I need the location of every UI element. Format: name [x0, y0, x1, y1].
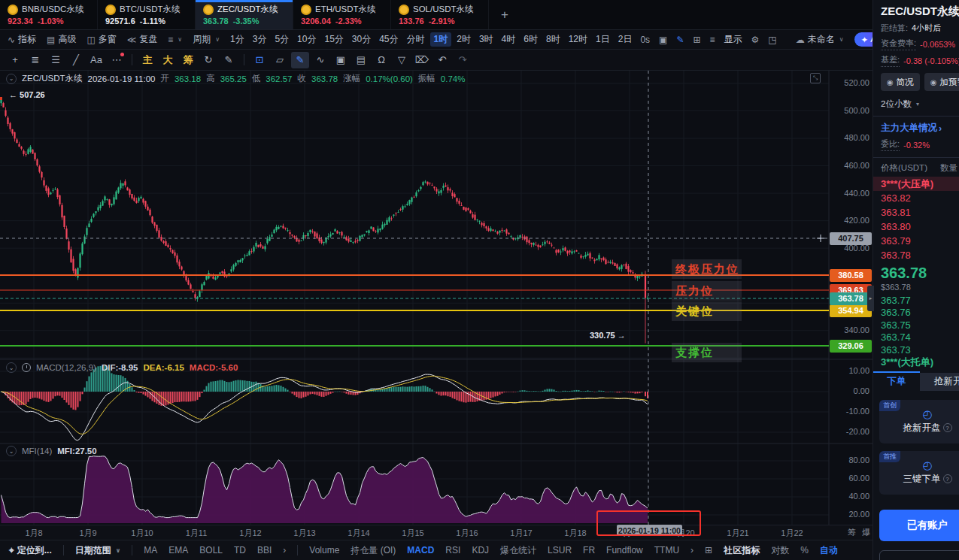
overlay-ma[interactable]: MA [144, 545, 157, 555]
bid-price-row[interactable]: 363.76 [881, 307, 959, 319]
timeframe-3分[interactable]: 3分 [253, 33, 267, 46]
timeframe-8时[interactable]: 8时 [546, 33, 560, 46]
indicator-rsi[interactable]: RSI [445, 545, 460, 555]
more-tools-icon[interactable]: ⋯ [108, 52, 126, 68]
chart-area[interactable]: ⌄ ZEC/USDT永续 2026-01-19 11:00 开363.18 高3… [0, 71, 873, 525]
large-view-button[interactable]: 大 [159, 52, 177, 68]
refresh-icon[interactable]: ↻ [199, 52, 217, 68]
ask-price-row[interactable]: 363.80 [881, 219, 959, 234]
brush-icon[interactable]: ✎ [220, 52, 238, 68]
indicators-button[interactable]: ∿指标 [8, 33, 36, 46]
draw-mode-icon[interactable]: ✎ [676, 35, 684, 45]
add-alert-button[interactable]: ◉加预警 [924, 73, 959, 91]
horizontal-line-icon[interactable]: ≣ [26, 52, 44, 68]
date-range-button[interactable]: 日期范围∨ [75, 544, 121, 557]
display-button[interactable]: 显示 [724, 33, 742, 46]
layout-name-button[interactable]: ☁未命名∨ [796, 33, 844, 46]
time-axis[interactable]: 1月81月91月101月111月121月131月141月151月161月171月… [0, 525, 873, 540]
multi-window-button[interactable]: ◫多窗 [86, 33, 116, 46]
volume-profile-button[interactable]: ≡∨ [168, 35, 182, 45]
symbol-tab-btc[interactable]: BTC/USDT永续92571.6-1.11% [98, 0, 196, 29]
timeframe-12时[interactable]: 12时 [569, 33, 587, 46]
chips-view-button[interactable]: 筹 [179, 52, 197, 68]
timeframe-2日[interactable]: 2日 [618, 33, 633, 46]
undo-icon[interactable]: ↶ [433, 52, 451, 68]
timeframe-4时[interactable]: 4时 [502, 33, 516, 46]
liquidation-toggle[interactable]: 爆 [862, 527, 870, 538]
bid-price-row[interactable]: 363.74 [881, 331, 959, 344]
locate-button[interactable]: ⌖定位到... [9, 544, 52, 557]
alert-icon[interactable] [22, 363, 31, 372]
collapse-pane-icon[interactable]: ⌄ [6, 74, 17, 84]
timeframe-1日[interactable]: 1日 [596, 33, 610, 46]
bid-price-row[interactable]: 363.73 [881, 344, 959, 356]
collapse-pane-icon[interactable]: ⌄ [6, 362, 17, 373]
big-buy-order-row[interactable]: 3***(大托单) [881, 356, 959, 369]
symbol-tab-eth[interactable]: ETH/USDT永续3206.04-2.33% [293, 0, 391, 29]
indicator-ttmu[interactable]: TTMU [654, 545, 679, 555]
add-symbol-button[interactable]: + [489, 0, 520, 29]
add-pane-icon[interactable]: ⊞ [693, 35, 701, 45]
decimals-select[interactable]: 2位小数▾ [881, 98, 959, 110]
timeframe-10分[interactable]: 10分 [297, 33, 316, 46]
go-register-button[interactable]: 去币安 [879, 550, 959, 560]
three-key-order-card[interactable]: 首推 ◴ 三键下单? [879, 451, 959, 495]
indicator-[interactable]: 爆仓统计 [500, 544, 536, 557]
trend-line-icon[interactable]: ╱ [67, 52, 85, 68]
tab-snipe-open[interactable]: 抢新开盘 [920, 373, 959, 391]
chips-toggle[interactable]: 筹 [848, 527, 856, 538]
overlay-bbi[interactable]: BBI [257, 545, 272, 555]
ask-price-row[interactable]: 363.79 [881, 234, 959, 248]
snipe-open-card[interactable]: 首创 ◴ 抢新开盘? [879, 400, 959, 443]
timeframe-15分[interactable]: 15分 [324, 33, 343, 46]
filter-icon[interactable]: ▽ [393, 52, 411, 68]
brief-button[interactable]: ◉简况 [881, 73, 920, 91]
timeframe-6时[interactable]: 6时 [524, 33, 538, 46]
community-add-icon[interactable]: ⊞ [705, 545, 712, 555]
camera-icon[interactable]: ▣ [659, 35, 667, 45]
indicator-macd[interactable]: MACD [407, 545, 434, 555]
bid-price-row[interactable]: 363.77 [881, 294, 959, 307]
timeframe-3时[interactable]: 3时 [479, 33, 493, 46]
timeframe-5分[interactable]: 5分 [275, 33, 289, 46]
indicator-volume[interactable]: Volume [309, 545, 339, 555]
advanced-button[interactable]: ▤高级 [47, 33, 76, 46]
timeframe-分时[interactable]: 分时 [407, 33, 425, 46]
help-icon[interactable]: ? [943, 423, 952, 432]
symbol-tab-bnb[interactable]: BNB/USDC永续923.34-1.03% [0, 0, 98, 29]
community-indicators-button[interactable]: 社区指标 [724, 544, 760, 557]
whale-orders-link[interactable]: 主力大单情况› [881, 122, 959, 135]
existing-account-button[interactable]: 已有账户 [879, 510, 959, 541]
bid-price-row[interactable]: 363.75 [881, 319, 959, 331]
overlay-ema[interactable]: EMA [168, 545, 188, 555]
timeframe-1分[interactable]: 1分 [230, 33, 244, 46]
log-scale-button[interactable]: 对数 [771, 544, 789, 557]
auto-scale-button[interactable]: 自动 [820, 544, 838, 557]
indicator-oi[interactable]: 持仓量 (OI) [351, 544, 396, 557]
redo-icon[interactable]: ↷ [454, 52, 472, 68]
parallel-lines-icon[interactable]: ☰ [47, 52, 65, 68]
text-tool-icon[interactable]: Aa [87, 52, 105, 68]
symbol-tab-sol[interactable]: SOL/USDT永续133.76-2.91% [391, 0, 489, 29]
percent-scale-button[interactable]: % [800, 545, 809, 555]
period-button[interactable]: 周期∨ [193, 33, 220, 46]
symbol-tab-zec[interactable]: ZEC/USDT永续363.78-3.35% [196, 0, 293, 29]
tab-place-order[interactable]: 下单 [873, 373, 920, 391]
ask-price-row[interactable]: 363.81 [881, 205, 959, 219]
chevron-right-icon[interactable]: › [283, 545, 286, 555]
replay-button[interactable]: ≪复盘 [127, 33, 158, 46]
pattern-icon[interactable]: ∿ [311, 52, 329, 68]
indicator-fr[interactable]: FR [583, 545, 595, 555]
measure-icon[interactable]: ▱ [271, 52, 289, 68]
note-icon[interactable]: ▤ [352, 52, 370, 68]
magnet-icon[interactable]: Ω [372, 52, 390, 68]
overlay-boll[interactable]: BOLL [199, 545, 223, 555]
chevron-right-icon[interactable]: › [690, 545, 693, 555]
overlay-td[interactable]: TD [234, 545, 246, 555]
trash-icon[interactable]: ⌦ [413, 52, 431, 68]
indicator-kdj[interactable]: KDJ [472, 545, 489, 555]
main-chart-button[interactable]: 主 [138, 52, 156, 68]
pen-icon[interactable]: ✎ [291, 52, 309, 68]
timeframe-2时[interactable]: 2时 [457, 33, 471, 46]
help-icon[interactable]: ? [943, 474, 952, 483]
